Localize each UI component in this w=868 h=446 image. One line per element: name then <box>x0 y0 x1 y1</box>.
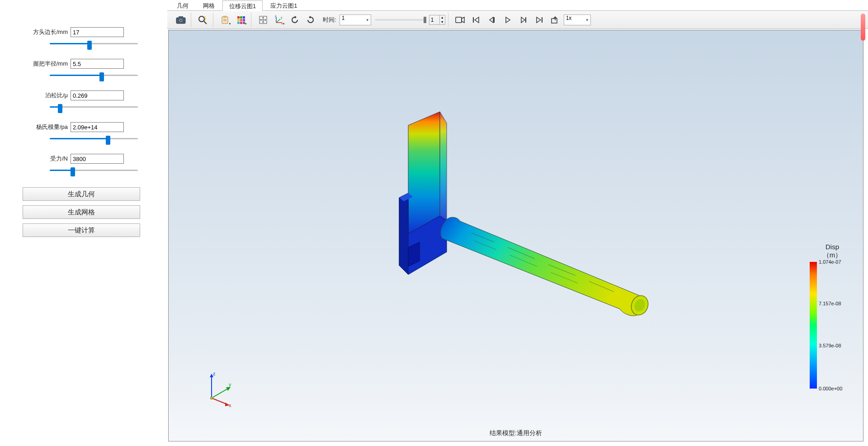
param-label-3: 杨氏模量/pa <box>23 123 68 131</box>
color-legend: Disp （m） 1.074e-077.157e-083.579e-080.00… <box>810 243 855 389</box>
skip-start-button[interactable] <box>469 14 483 26</box>
svg-rect-14 <box>237 22 240 24</box>
time-slider[interactable] <box>375 19 425 21</box>
svg-rect-27 <box>525 17 526 23</box>
svg-rect-6 <box>222 17 228 24</box>
svg-rect-7 <box>223 16 226 18</box>
param-input-1[interactable] <box>71 59 124 69</box>
spin-down[interactable]: ▼ <box>439 20 445 24</box>
step-forward-icon <box>519 16 528 24</box>
action-button-2[interactable]: 一键计算 <box>23 223 140 237</box>
view-tabs: 几何网格位移云图1应力云图1 <box>167 0 868 11</box>
axis-triad: z y x <box>203 371 239 407</box>
svg-line-5 <box>204 21 207 24</box>
viewport-toolbar: ▼ ▼ zyx ▼ <box>167 11 868 29</box>
svg-rect-25 <box>473 17 474 23</box>
legend-gradient-bar <box>810 262 817 389</box>
svg-text:x: x <box>229 403 231 407</box>
viewport-footer-label: 结果模型:通用分析 <box>490 429 542 437</box>
param-slider-0[interactable] <box>50 39 138 48</box>
skip-end-icon <box>535 16 543 24</box>
svg-rect-10 <box>243 16 245 19</box>
axis-orientation-dropdown-button[interactable]: zyx ▼ <box>272 14 286 26</box>
legend-tick-3: 0.000e+00 <box>819 386 842 391</box>
svg-rect-28 <box>542 17 542 23</box>
svg-rect-24 <box>456 17 462 23</box>
param-slider-3[interactable] <box>50 134 138 143</box>
svg-rect-29 <box>552 19 557 23</box>
svg-rect-1 <box>179 16 183 18</box>
step-back-icon <box>488 16 496 24</box>
tab-2[interactable]: 位移云图1 <box>222 0 263 11</box>
legend-title-2: （m） <box>810 251 855 259</box>
tab-1[interactable]: 网格 <box>196 0 222 10</box>
tab-3[interactable]: 应力云图1 <box>264 0 304 10</box>
colormap-dropdown-button[interactable]: ▼ <box>234 14 248 26</box>
rotate-ccw-icon <box>290 15 299 24</box>
legend-tick-0: 1.074e-07 <box>819 259 841 265</box>
rotate-ccw-button[interactable] <box>288 14 302 26</box>
camcorder-icon <box>455 16 465 24</box>
param-input-4[interactable] <box>71 154 124 164</box>
param-input-3[interactable] <box>71 122 124 132</box>
camera-icon <box>176 16 186 24</box>
pan-icon <box>259 15 268 24</box>
param-slider-2[interactable] <box>50 102 138 111</box>
legend-title-1: Disp <box>810 243 855 251</box>
rotate-cw-icon <box>306 15 315 24</box>
skip-start-icon <box>472 16 480 24</box>
param-label-1: 握把半径/mm <box>23 60 68 68</box>
param-input-0[interactable] <box>71 27 124 37</box>
spin-up[interactable]: ▲ <box>439 15 445 20</box>
svg-rect-15 <box>240 22 242 24</box>
step-back-button[interactable] <box>485 14 499 26</box>
svg-rect-11 <box>237 19 240 21</box>
legend-tick-2: 3.579e-08 <box>819 343 841 348</box>
play-icon <box>504 16 512 24</box>
svg-point-4 <box>199 16 204 22</box>
svg-rect-12 <box>240 19 242 21</box>
play-button[interactable] <box>500 14 515 26</box>
skip-end-button[interactable] <box>532 14 547 26</box>
pan-button[interactable] <box>256 14 270 26</box>
right-dock-handle[interactable] <box>861 14 865 41</box>
3d-viewport[interactable]: z y x Disp （m） 1.074e-077.157e-083.579e-… <box>168 30 863 441</box>
param-input-2[interactable] <box>71 90 124 100</box>
svg-line-34 <box>212 398 227 404</box>
tab-0[interactable]: 几何 <box>170 0 195 10</box>
param-label-2: 泊松比/μ <box>23 91 68 100</box>
magnifier-icon <box>198 15 208 24</box>
time-label: 时间: <box>323 16 336 24</box>
fea-model-render <box>368 98 684 333</box>
camera-snapshot-button[interactable] <box>174 14 188 26</box>
svg-rect-8 <box>237 16 240 19</box>
svg-point-35 <box>210 397 213 399</box>
svg-rect-13 <box>243 19 245 21</box>
svg-text:y: y <box>281 16 283 19</box>
svg-line-20 <box>276 19 280 23</box>
action-button-0[interactable]: 生成几何 <box>23 187 140 201</box>
speed-select[interactable]: 1x▼ <box>564 14 591 25</box>
parameter-sidebar: 方头边长/mm握把半径/mm泊松比/μ杨氏模量/pa受力/N 生成几何生成网格一… <box>0 0 167 446</box>
svg-rect-9 <box>240 16 242 19</box>
zoom-flash-button[interactable] <box>196 14 210 26</box>
export-button[interactable] <box>548 14 562 26</box>
export-icon <box>551 16 560 24</box>
main-area: 几何网格位移云图1应力云图1 ▼ <box>167 0 868 446</box>
frame-spinner[interactable]: 1 ▲▼ <box>429 15 445 25</box>
param-label-4: 受力/N <box>23 155 68 163</box>
svg-text:y: y <box>229 382 231 387</box>
svg-point-3 <box>180 19 182 21</box>
rotate-cw-button[interactable] <box>303 14 318 26</box>
clipboard-dropdown-button[interactable]: ▼ <box>218 14 232 26</box>
svg-line-33 <box>212 388 229 398</box>
step-forward-button[interactable] <box>516 14 531 26</box>
param-slider-1[interactable] <box>50 71 138 80</box>
svg-text:z: z <box>213 371 216 376</box>
record-button[interactable] <box>453 14 467 26</box>
action-button-1[interactable]: 生成网格 <box>23 205 140 219</box>
param-label-0: 方头边长/mm <box>23 28 68 36</box>
svg-text:z: z <box>275 15 277 18</box>
time-select[interactable]: 1▼ <box>340 14 371 25</box>
param-slider-4[interactable] <box>50 166 138 175</box>
